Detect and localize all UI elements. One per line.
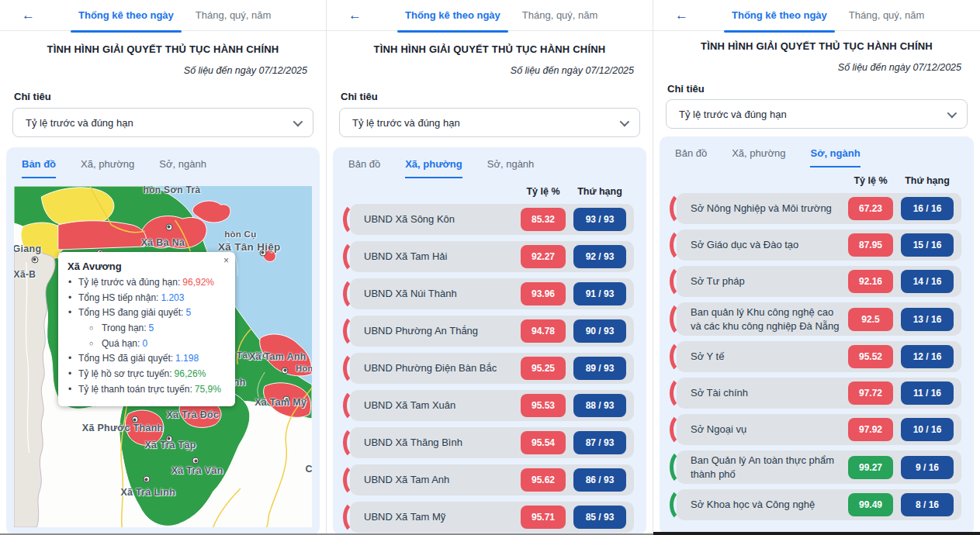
commune-row[interactable]: UBND Xã Sông Kôn 85.32 93 / 93 — [350, 204, 634, 235]
map-place-label: Tây Giang — [14, 243, 41, 254]
rate-badge: 95.54 — [521, 431, 566, 454]
page-title: TÌNH HÌNH GIẢI QUYẾT THỦ TỤC HÀNH CHÍNH — [653, 40, 980, 52]
rate-badge: 97.92 — [848, 418, 893, 441]
commune-row[interactable]: UBND Phường Điện Bàn Bắc 95.25 89 / 93 — [350, 353, 634, 384]
view-subtabs: Bản đồ Xã, phường Sở, ngành — [14, 154, 312, 178]
tooltip-rows: Tỷ lệ trước và đúng hạn:96,92% Tổng HS t… — [66, 276, 227, 395]
rank-badge: 93 / 93 — [573, 208, 626, 231]
subtab-map[interactable]: Bản đồ — [22, 158, 56, 178]
rank-badge: 86 / 93 — [573, 468, 626, 492]
department-row[interactable]: Ban quản lý Khu công nghệ cao và các khu… — [677, 302, 961, 336]
map-marker-icon — [192, 457, 199, 464]
department-row[interactable]: Sở Ngoại vụ 97.92 10 / 16 — [677, 414, 961, 445]
subtab-departments[interactable]: Sở, ngành — [159, 158, 206, 178]
commune-row[interactable]: UBND Phường An Thắng 94.78 90 / 93 — [350, 316, 634, 347]
commune-name: UBND Xã Tam Mỹ — [364, 510, 521, 524]
tab-month-quarter-year[interactable]: Tháng, quý, năm — [522, 0, 598, 31]
chevron-down-icon — [293, 116, 303, 126]
subtab-departments[interactable]: Sở, ngành — [487, 158, 535, 178]
indicator-select-value: Tỷ lệ trước và đúng hạn — [352, 117, 460, 129]
subtab-communes[interactable]: Xã, phường — [405, 158, 462, 178]
tooltip-row-value: 1.203 — [161, 292, 184, 303]
map-panel-content: Bản đồ Xã, phường Sở, ngành — [6, 147, 320, 535]
tab-month-quarter-year[interactable]: Tháng, quý, năm — [849, 0, 925, 31]
department-row[interactable]: Sở Tài chính 97.72 11 / 16 — [677, 378, 961, 409]
rank-badge: 14 / 16 — [901, 270, 954, 293]
indicator-label: Chỉ tiêu — [653, 83, 980, 95]
rate-badge: 95.71 — [521, 506, 566, 529]
commune-name: UBND Xã Tam Anh — [364, 473, 521, 487]
rate-badge: 92.27 — [521, 245, 566, 268]
rank-badge: 92 / 93 — [573, 245, 626, 268]
close-icon[interactable]: × — [223, 255, 229, 266]
tooltip-row-value: 75,9% — [195, 384, 221, 395]
commune-row[interactable]: UBND Xã Tam Xuân 95.53 88 / 93 — [350, 390, 634, 421]
subtab-departments[interactable]: Sở, ngành — [810, 147, 860, 167]
column-header-rate: Tỷ lệ % — [521, 186, 566, 197]
back-button[interactable]: ← — [348, 0, 362, 31]
commune-name: UBND Xã Tam Hải — [364, 250, 521, 264]
department-row[interactable]: Sở Giáo dục và Đào tạo 87.95 15 / 16 — [677, 230, 961, 261]
department-panel-content: Bản đồ Xã, phường Sở, ngành Tỷ lệ % Thứ … — [660, 136, 974, 535]
tab-month-quarter-year[interactable]: Tháng, quý, năm — [196, 0, 272, 31]
subtab-communes[interactable]: Xã, phường — [732, 147, 785, 167]
department-row[interactable]: Sở Nông Nghiệp và Môi trường 67.23 16 / … — [677, 193, 961, 224]
commune-row[interactable]: UBND Xã Tam Hải 92.27 92 / 93 — [350, 241, 634, 272]
rate-badge: 99.49 — [848, 493, 893, 516]
tab-daily-stats[interactable]: Thống kê theo ngày — [732, 0, 827, 31]
map-marker-icon — [31, 256, 38, 263]
tooltip-title: Xã Avương — [68, 261, 227, 272]
map-place-label: ơn Xã-B — [14, 269, 36, 280]
tooltip-row-value: 5 — [149, 323, 154, 333]
department-row[interactable]: Sở Khoa học và Công nghệ 99.49 8 / 16 — [677, 489, 961, 520]
rate-badge: 85.32 — [521, 208, 566, 231]
rate-badge: 95.53 — [521, 394, 566, 417]
map-place-label: C — [305, 464, 312, 475]
subtab-map[interactable]: Bản đồ — [675, 147, 707, 167]
page-title: TÌNH HÌNH GIẢI QUYẾT THỦ TỤC HÀNH CHÍNH — [0, 43, 326, 55]
tab-daily-stats[interactable]: Thống kê theo ngày — [78, 0, 174, 31]
department-row[interactable]: Sở Y tế 95.52 12 / 16 — [677, 341, 961, 372]
map-place-label: Xã Phước Thành — [82, 423, 164, 433]
data-date-note: Số liệu đến ngày 07/12/2025 — [0, 65, 326, 76]
department-name: Ban Quản lý An toàn thực phẩm thành phố — [691, 454, 848, 481]
back-button[interactable]: ← — [22, 0, 35, 31]
tooltip-row: Tỷ lệ thanh toán trực tuyến:75,9% — [66, 383, 227, 395]
rate-badge: 95.52 — [848, 345, 893, 368]
stats-panel-departments: ← Thống kê theo ngày Tháng, quý, năm TÌN… — [653, 0, 980, 535]
stats-panel-communes: ← Thống kê theo ngày Tháng, quý, năm TÌN… — [327, 0, 653, 535]
indicator-select[interactable]: Tỷ lệ trước và đúng hạn — [339, 108, 640, 137]
rank-badge: 8 / 16 — [901, 493, 954, 516]
rank-badge: 10 / 16 — [901, 418, 954, 441]
department-ranking-list: Sở Nông Nghiệp và Môi trường 67.23 16 / … — [667, 193, 966, 535]
map-place-label: Xã Tam Mỹ — [255, 397, 306, 408]
back-button[interactable]: ← — [675, 0, 688, 31]
tooltip-row-value: 5 — [185, 307, 191, 318]
commune-row[interactable]: UBND Xã Núi Thành 93.96 91 / 93 — [350, 278, 634, 309]
commune-name: UBND Xã Núi Thành — [364, 287, 521, 301]
commune-row[interactable]: UBND Xã Tam Anh 95.62 86 / 93 — [350, 464, 634, 495]
rate-badge: 95.62 — [521, 468, 566, 492]
commune-name: UBND Xã Tam Xuân — [364, 399, 521, 412]
tooltip-row: Tổng HS tiếp nhận:1.203 — [66, 292, 227, 304]
department-name: Sở Ngoại vụ — [691, 423, 848, 437]
top-bar: ← Thống kê theo ngày Tháng, quý, năm — [327, 0, 653, 31]
indicator-select-value: Tỷ lệ trước và đúng hạn — [679, 109, 787, 120]
map-place-label: Xã Trà Đốc — [167, 409, 220, 420]
rate-badge: 67.23 — [848, 197, 893, 220]
tooltip-row-label: Quá hạn: — [102, 338, 140, 349]
tooltip-row: Tổng HS đang giải quyết:5 — [66, 306, 227, 319]
subtab-communes[interactable]: Xã, phường — [81, 158, 134, 178]
tab-daily-stats[interactable]: Thống kê theo ngày — [405, 0, 500, 31]
map-place-label: Xã Trà Linh — [120, 487, 175, 498]
rate-badge: 99.27 — [848, 456, 893, 479]
indicator-select[interactable]: Tỷ lệ trước và đúng hạn — [666, 99, 968, 129]
department-row[interactable]: Sở Tư pháp 92.16 14 / 16 — [677, 266, 961, 297]
commune-row[interactable]: UBND Xã Tam Mỹ 95.71 85 / 93 — [350, 502, 634, 533]
department-row[interactable]: Ban Quản lý An toàn thực phẩm thành phố … — [677, 450, 961, 484]
stats-panel-map: ← Thống kê theo ngày Tháng, quý, năm TÌN… — [0, 0, 327, 535]
province-map[interactable]: hòn Sơn TràXã Bà Nàhòn CụXã Tân HiệpTây … — [14, 186, 312, 527]
subtab-map[interactable]: Bản đồ — [348, 158, 380, 178]
indicator-select[interactable]: Tỷ lệ trước và đúng hạn — [12, 108, 313, 137]
commune-row[interactable]: UBND Xã Thăng Bình 95.54 87 / 93 — [350, 427, 634, 458]
